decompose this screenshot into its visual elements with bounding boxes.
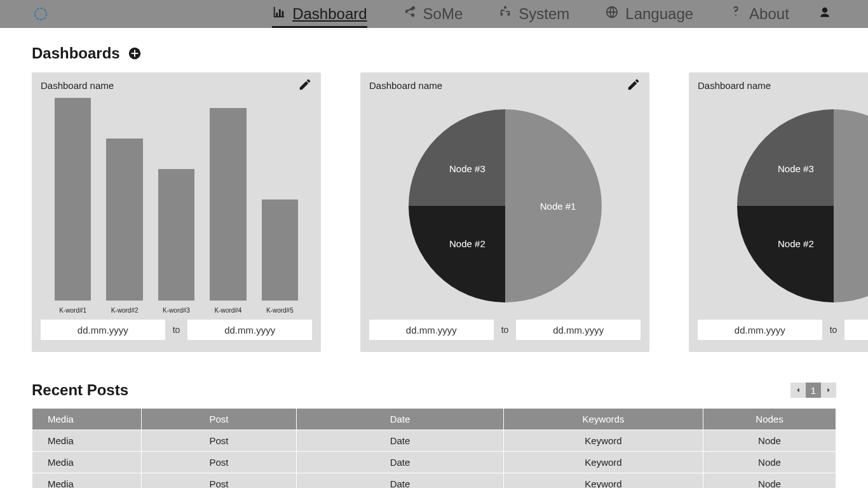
svg-point-0	[35, 8, 46, 20]
pie-slice-label: Node #3	[449, 163, 485, 173]
cell-date: Date	[297, 430, 504, 452]
add-dashboard-button[interactable]	[128, 46, 142, 60]
pager-current-page: 1	[806, 383, 821, 398]
bar-label: K-word#1	[55, 307, 91, 314]
nav-label: System	[519, 5, 569, 23]
pie-chart: Node #1Node #2Node #3	[409, 109, 602, 302]
date-from-text: dd.mm.yyyy	[406, 325, 457, 336]
nav-label: Dashboard	[292, 5, 367, 23]
dashboard-card: Dashboard name Node #1Node #2Node #3 dd.…	[689, 72, 868, 352]
edit-card-button[interactable]	[627, 78, 641, 93]
svg-rect-3	[131, 53, 138, 54]
section-title-text: Recent Posts	[32, 381, 128, 399]
table-header-row: Media Post Date Keywords Nodes	[32, 409, 836, 430]
dashboard-cards-row: Dashboard name K-word#1K-word#2K-word#3K…	[32, 72, 868, 352]
dashboard-card: Dashboard name K-word#1K-word#2K-word#3K…	[32, 72, 321, 352]
topbar: Dashboard SoMe System Language About	[0, 0, 868, 28]
col-post: Post	[142, 409, 297, 430]
question-icon	[729, 5, 743, 23]
bar-label: K-word#5	[262, 307, 298, 314]
table-row[interactable]: MediaPostDateKeywordNode	[32, 452, 836, 473]
date-to-label: to	[173, 325, 180, 335]
date-from-input[interactable]: dd.mm.yyyy	[698, 320, 822, 340]
date-to-label: to	[501, 325, 509, 335]
col-nodes: Nodes	[703, 409, 836, 430]
card-title: Dashboard name	[698, 80, 771, 91]
globe-icon	[605, 5, 619, 23]
pager-next-button[interactable]	[821, 383, 836, 398]
col-date: Date	[297, 409, 504, 430]
bar	[158, 169, 194, 301]
date-from-input[interactable]: dd.mm.yyyy	[41, 320, 165, 340]
col-media: Media	[32, 409, 142, 430]
date-to-input[interactable]: dd.mm.yyyy	[516, 320, 641, 340]
bar-label: K-word#2	[106, 307, 142, 314]
main-nav: Dashboard SoMe System Language About	[94, 0, 789, 28]
date-to-text: dd.mm.yyyy	[553, 325, 604, 336]
app-logo	[33, 6, 48, 22]
table-row[interactable]: MediaPostDateKeywordNode	[32, 430, 836, 452]
cell-node: Node	[703, 452, 836, 473]
bar	[262, 200, 298, 301]
sitemap-icon	[498, 5, 512, 23]
bar	[55, 98, 91, 301]
nav-about[interactable]: About	[729, 0, 789, 28]
cell-date: Date	[297, 473, 504, 489]
nav-label: About	[749, 5, 789, 23]
pagination: 1	[790, 383, 836, 398]
share-icon	[403, 5, 417, 23]
dashboards-heading: Dashboards	[32, 44, 868, 62]
date-to-input[interactable]: dd.mm.yyyy	[187, 320, 312, 340]
col-keywords: Keywords	[504, 409, 703, 430]
cell-post: Post	[142, 452, 297, 473]
cell-node: Node	[703, 430, 836, 452]
cell-date: Date	[297, 452, 504, 473]
pie-slice-label: Node #3	[778, 163, 814, 173]
cell-node: Node	[703, 473, 836, 489]
card-title: Dashboard name	[369, 80, 442, 91]
date-to-text: dd.mm.yyyy	[224, 325, 275, 336]
cell-media: Media	[32, 473, 142, 489]
pie-slice-label: Node #2	[449, 238, 485, 249]
date-from-input[interactable]: dd.mm.yyyy	[369, 320, 494, 340]
date-from-text: dd.mm.yyyy	[735, 325, 785, 336]
nav-dashboard[interactable]: Dashboard	[272, 0, 367, 28]
pie-slice-label: Node #2	[778, 238, 814, 249]
cell-media: Media	[32, 452, 142, 473]
nav-language[interactable]: Language	[605, 0, 693, 28]
pie-slice-label: Node #1	[540, 201, 576, 212]
recent-posts-heading: Recent Posts	[32, 381, 128, 399]
edit-card-button[interactable]	[298, 78, 312, 93]
card-title: Dashboard name	[41, 80, 114, 91]
cell-post: Post	[142, 473, 297, 489]
cell-keyword: Keyword	[504, 452, 703, 473]
section-title-text: Dashboards	[32, 44, 120, 62]
date-to-label: to	[830, 325, 837, 335]
cell-keyword: Keyword	[504, 430, 703, 452]
date-from-text: dd.mm.yyyy	[78, 325, 128, 336]
table-row[interactable]: MediaPostDateKeywordNode	[32, 473, 836, 489]
bar-chart: K-word#1K-word#2K-word#3K-word#4K-word#5	[50, 98, 303, 314]
nav-system[interactable]: System	[498, 0, 569, 28]
cell-post: Post	[142, 430, 297, 452]
nav-label: SoMe	[423, 5, 463, 23]
nav-label: Language	[625, 5, 693, 23]
pager-prev-button[interactable]	[790, 383, 806, 398]
bar	[210, 108, 246, 301]
bar-chart-icon	[272, 5, 286, 23]
cell-media: Media	[32, 430, 142, 452]
dashboard-card: Dashboard name Node #1Node #2Node #3 dd.…	[360, 72, 649, 352]
bar	[106, 139, 142, 301]
user-icon[interactable]	[818, 6, 831, 22]
recent-posts-table: Media Post Date Keywords Nodes MediaPost…	[32, 408, 836, 488]
nav-some[interactable]: SoMe	[403, 0, 463, 28]
bar-label: K-word#3	[158, 307, 194, 314]
date-to-input[interactable]: dd.mm.yyyy	[844, 320, 868, 340]
bar-label: K-word#4	[210, 307, 246, 314]
pie-chart: Node #1Node #2Node #3	[737, 109, 869, 302]
cell-keyword: Keyword	[504, 473, 703, 489]
